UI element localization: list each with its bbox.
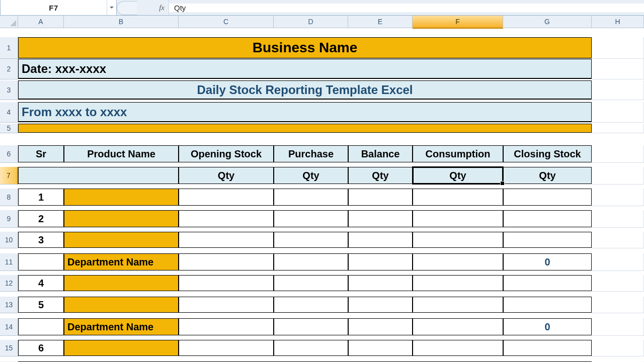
r9-consumption[interactable]	[413, 210, 503, 227]
r12-sr[interactable]: 4	[18, 275, 64, 291]
formula-input[interactable]: Qty	[169, 4, 644, 12]
row-header-13[interactable]: 13	[0, 297, 18, 313]
r13-open[interactable]	[179, 297, 274, 313]
r8-product[interactable]	[64, 189, 179, 206]
cell-H3[interactable]	[592, 80, 644, 100]
row-header-7[interactable]: 7	[0, 167, 18, 185]
row-header-2[interactable]: 2	[0, 59, 18, 79]
cell-H7[interactable]	[592, 167, 644, 185]
col-header-G[interactable]: G	[503, 16, 592, 28]
hdr-purchase[interactable]: Purchase	[274, 145, 348, 162]
cell-H8[interactable]	[592, 189, 644, 206]
cell-H11[interactable]	[592, 253, 644, 271]
cell-H10[interactable]	[592, 232, 644, 248]
r8-open[interactable]	[179, 189, 274, 206]
r11-closing[interactable]: 0	[503, 253, 592, 270]
spreadsheet-grid[interactable]: A B C D E F G H 1 Business Name 2 Date: …	[0, 16, 644, 362]
r11-consumption[interactable]	[413, 253, 503, 270]
r9-balance[interactable]	[348, 210, 413, 227]
qty-closing[interactable]: Qty	[503, 167, 592, 184]
r8-purchase[interactable]	[274, 189, 348, 206]
row-header-11[interactable]: 11	[0, 253, 18, 271]
r10-product[interactable]	[64, 232, 179, 248]
hdr-closing[interactable]: Closing Stock	[503, 145, 592, 162]
business-name[interactable]: Business Name	[18, 37, 592, 58]
cell-H14[interactable]	[592, 318, 644, 336]
hdr-sr[interactable]: Sr	[18, 145, 64, 162]
r15-consumption[interactable]	[413, 340, 503, 356]
r8-sr[interactable]: 1	[18, 189, 64, 206]
qty-consumption[interactable]: Qty	[413, 167, 503, 184]
r9-closing[interactable]	[503, 210, 592, 227]
qty-purchase[interactable]: Qty	[274, 167, 348, 184]
r9-open[interactable]	[179, 210, 274, 227]
col-header-H[interactable]: H	[592, 16, 644, 28]
r14-consumption[interactable]	[413, 318, 503, 335]
cell-H1[interactable]	[592, 37, 644, 59]
r14-purchase[interactable]	[274, 318, 348, 335]
cell-H13[interactable]	[592, 297, 644, 313]
r13-purchase[interactable]	[274, 297, 348, 313]
r15-purchase[interactable]	[274, 340, 348, 356]
r10-purchase[interactable]	[274, 232, 348, 248]
qty-open[interactable]: Qty	[179, 167, 274, 184]
r15-product[interactable]	[64, 340, 179, 356]
row-header-3[interactable]: 3	[0, 80, 18, 100]
cell-H2[interactable]	[592, 59, 644, 79]
row-header-6[interactable]: 6	[0, 145, 18, 163]
r14-closing[interactable]: 0	[503, 318, 592, 335]
r10-consumption[interactable]	[413, 232, 503, 248]
r10-open[interactable]	[179, 232, 274, 248]
name-box[interactable]: F7	[0, 0, 117, 15]
r12-open[interactable]	[179, 275, 274, 291]
qty-blank-ab[interactable]	[18, 167, 179, 184]
row-header-12[interactable]: 12	[0, 275, 18, 292]
r12-balance[interactable]	[348, 275, 413, 291]
r15-open[interactable]	[179, 340, 274, 356]
row-header-10[interactable]: 10	[0, 232, 18, 248]
r14-sr[interactable]	[18, 318, 64, 335]
r13-sr[interactable]: 5	[18, 297, 64, 313]
r11-balance[interactable]	[348, 253, 413, 270]
r13-balance[interactable]	[348, 297, 413, 313]
col-header-C[interactable]: C	[179, 16, 274, 28]
cell-H12[interactable]	[592, 275, 644, 292]
r10-closing[interactable]	[503, 232, 592, 248]
row-header-8[interactable]: 8	[0, 189, 18, 206]
r9-sr[interactable]: 2	[18, 210, 64, 227]
r9-product[interactable]	[64, 210, 179, 227]
r14-dept[interactable]: Department Name	[64, 318, 179, 335]
r12-consumption[interactable]	[413, 275, 503, 291]
r10-sr[interactable]: 3	[18, 232, 64, 248]
col-header-B[interactable]: B	[64, 16, 179, 28]
r11-sr[interactable]	[18, 253, 64, 270]
cell-H5[interactable]	[592, 124, 644, 133]
r8-closing[interactable]	[503, 189, 592, 206]
r10-balance[interactable]	[348, 232, 413, 248]
col-header-A[interactable]: A	[18, 16, 64, 28]
r11-purchase[interactable]	[274, 253, 348, 270]
qty-balance[interactable]: Qty	[348, 167, 413, 184]
cell-H9[interactable]	[592, 210, 644, 228]
date-range[interactable]: From xxxx to xxxx	[18, 102, 592, 122]
r11-open[interactable]	[179, 253, 274, 270]
r15-balance[interactable]	[348, 340, 413, 356]
row-header-4[interactable]: 4	[0, 102, 18, 123]
r8-balance[interactable]	[348, 189, 413, 206]
hdr-balance[interactable]: Balance	[348, 145, 413, 162]
cell-H6[interactable]	[592, 145, 644, 163]
cell-H15[interactable]	[592, 340, 644, 356]
r9-purchase[interactable]	[274, 210, 348, 227]
date-line[interactable]: Date: xxx-xxxx	[18, 59, 592, 79]
r13-product[interactable]	[64, 297, 179, 313]
select-all-corner[interactable]	[0, 16, 18, 28]
r11-dept[interactable]: Department Name	[64, 253, 179, 270]
r12-product[interactable]	[64, 275, 179, 291]
name-box-dropdown[interactable]	[107, 0, 116, 15]
row-header-9[interactable]: 9	[0, 210, 18, 228]
r14-open[interactable]	[179, 318, 274, 335]
col-header-D[interactable]: D	[274, 16, 348, 28]
r8-consumption[interactable]	[413, 189, 503, 206]
hdr-consumption[interactable]: Consumption	[413, 145, 503, 162]
r13-closing[interactable]	[503, 297, 592, 313]
